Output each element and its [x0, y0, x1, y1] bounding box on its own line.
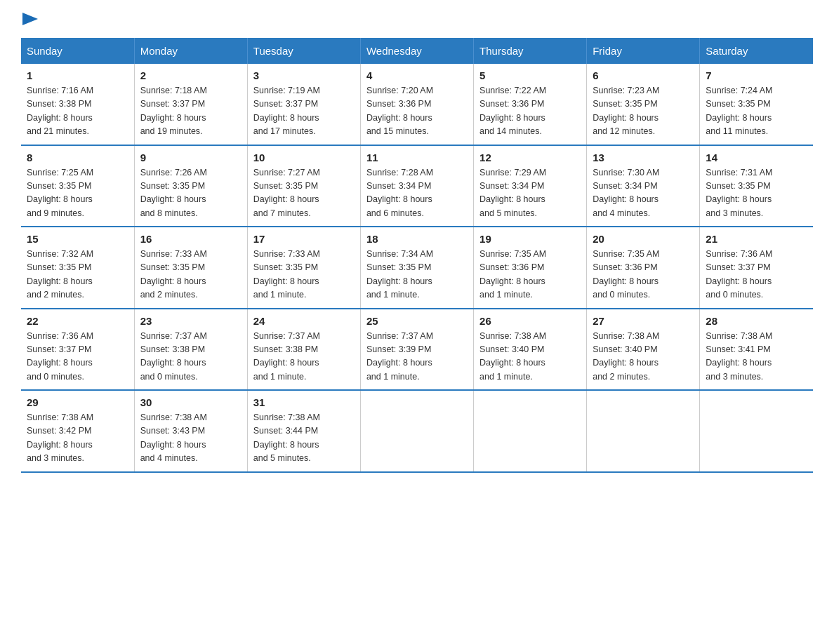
day-info: Sunrise: 7:30 AMSunset: 3:34 PMDaylight:… — [593, 166, 694, 221]
calendar-cell: 11Sunrise: 7:28 AMSunset: 3:34 PMDayligh… — [360, 145, 473, 227]
calendar-week-row: 8Sunrise: 7:25 AMSunset: 3:35 PMDaylight… — [21, 145, 813, 227]
column-header-tuesday: Tuesday — [247, 38, 360, 64]
column-header-sunday: Sunday — [21, 38, 134, 64]
day-info: Sunrise: 7:25 AMSunset: 3:35 PMDaylight:… — [27, 166, 128, 221]
calendar-cell: 7Sunrise: 7:24 AMSunset: 3:35 PMDaylight… — [700, 64, 813, 145]
day-info: Sunrise: 7:31 AMSunset: 3:35 PMDaylight:… — [706, 166, 807, 221]
calendar-cell: 4Sunrise: 7:20 AMSunset: 3:36 PMDaylight… — [360, 64, 473, 145]
day-info: Sunrise: 7:38 AMSunset: 3:42 PMDaylight:… — [27, 411, 128, 466]
calendar-cell: 16Sunrise: 7:33 AMSunset: 3:35 PMDayligh… — [134, 227, 247, 309]
day-info: Sunrise: 7:33 AMSunset: 3:35 PMDaylight:… — [253, 248, 355, 302]
calendar-cell: 6Sunrise: 7:23 AMSunset: 3:35 PMDaylight… — [587, 64, 700, 145]
column-header-monday: Monday — [134, 38, 247, 64]
column-header-wednesday: Wednesday — [360, 38, 473, 64]
day-number: 21 — [706, 233, 807, 245]
calendar-week-row: 1Sunrise: 7:16 AMSunset: 3:38 PMDaylight… — [21, 64, 813, 145]
day-number: 3 — [253, 69, 355, 81]
day-number: 7 — [706, 69, 807, 81]
day-number: 6 — [593, 69, 694, 81]
day-number: 13 — [593, 152, 694, 163]
calendar-cell: 15Sunrise: 7:32 AMSunset: 3:35 PMDayligh… — [21, 227, 134, 309]
day-info: Sunrise: 7:27 AMSunset: 3:35 PMDaylight:… — [253, 166, 355, 221]
day-info: Sunrise: 7:36 AMSunset: 3:37 PMDaylight:… — [706, 248, 807, 302]
calendar-cell — [700, 390, 813, 472]
day-info: Sunrise: 7:24 AMSunset: 3:35 PMDaylight:… — [706, 84, 807, 139]
calendar-cell: 31Sunrise: 7:38 AMSunset: 3:44 PMDayligh… — [247, 390, 360, 472]
day-info: Sunrise: 7:36 AMSunset: 3:37 PMDaylight:… — [27, 330, 128, 384]
day-info: Sunrise: 7:34 AMSunset: 3:35 PMDaylight:… — [366, 248, 468, 302]
calendar-cell: 21Sunrise: 7:36 AMSunset: 3:37 PMDayligh… — [700, 227, 813, 309]
calendar-cell: 30Sunrise: 7:38 AMSunset: 3:43 PMDayligh… — [134, 390, 247, 472]
calendar-cell: 3Sunrise: 7:19 AMSunset: 3:37 PMDaylight… — [247, 64, 360, 145]
day-info: Sunrise: 7:35 AMSunset: 3:36 PMDaylight:… — [479, 248, 581, 302]
day-number: 23 — [140, 315, 241, 327]
day-info: Sunrise: 7:26 AMSunset: 3:35 PMDaylight:… — [140, 166, 241, 221]
day-number: 9 — [140, 152, 241, 163]
day-number: 29 — [27, 396, 128, 408]
calendar-cell: 18Sunrise: 7:34 AMSunset: 3:35 PMDayligh… — [360, 227, 473, 309]
day-number: 17 — [253, 233, 355, 245]
day-info: Sunrise: 7:20 AMSunset: 3:36 PMDaylight:… — [366, 84, 468, 139]
calendar-cell: 12Sunrise: 7:29 AMSunset: 3:34 PMDayligh… — [474, 145, 587, 227]
day-info: Sunrise: 7:38 AMSunset: 3:43 PMDaylight:… — [140, 411, 241, 466]
calendar-cell: 9Sunrise: 7:26 AMSunset: 3:35 PMDaylight… — [134, 145, 247, 227]
day-info: Sunrise: 7:35 AMSunset: 3:36 PMDaylight:… — [593, 248, 694, 302]
day-number: 24 — [253, 315, 355, 327]
day-info: Sunrise: 7:38 AMSunset: 3:40 PMDaylight:… — [479, 330, 581, 384]
calendar-cell: 19Sunrise: 7:35 AMSunset: 3:36 PMDayligh… — [474, 227, 587, 309]
day-number: 8 — [27, 152, 128, 163]
calendar-cell: 24Sunrise: 7:37 AMSunset: 3:38 PMDayligh… — [247, 309, 360, 391]
day-info: Sunrise: 7:16 AMSunset: 3:38 PMDaylight:… — [27, 84, 128, 139]
day-info: Sunrise: 7:28 AMSunset: 3:34 PMDaylight:… — [366, 166, 468, 221]
day-info: Sunrise: 7:37 AMSunset: 3:39 PMDaylight:… — [366, 330, 468, 384]
day-info: Sunrise: 7:38 AMSunset: 3:41 PMDaylight:… — [706, 330, 807, 384]
calendar-cell: 28Sunrise: 7:38 AMSunset: 3:41 PMDayligh… — [700, 309, 813, 391]
day-number: 26 — [479, 315, 581, 327]
day-info: Sunrise: 7:37 AMSunset: 3:38 PMDaylight:… — [253, 330, 355, 384]
day-info: Sunrise: 7:22 AMSunset: 3:36 PMDaylight:… — [479, 84, 581, 139]
calendar-cell: 13Sunrise: 7:30 AMSunset: 3:34 PMDayligh… — [587, 145, 700, 227]
svg-marker-0 — [22, 13, 38, 25]
calendar-table: SundayMondayTuesdayWednesdayThursdayFrid… — [21, 38, 813, 473]
day-info: Sunrise: 7:23 AMSunset: 3:35 PMDaylight:… — [593, 84, 694, 139]
page-header — [21, 14, 813, 25]
calendar-header-row: SundayMondayTuesdayWednesdayThursdayFrid… — [21, 38, 813, 64]
calendar-cell — [587, 390, 700, 472]
day-number: 1 — [27, 69, 128, 81]
column-header-friday: Friday — [587, 38, 700, 64]
day-number: 11 — [366, 152, 468, 163]
calendar-cell: 1Sunrise: 7:16 AMSunset: 3:38 PMDaylight… — [21, 64, 134, 145]
day-number: 19 — [479, 233, 581, 245]
day-info: Sunrise: 7:32 AMSunset: 3:35 PMDaylight:… — [27, 248, 128, 302]
day-number: 15 — [27, 233, 128, 245]
calendar-cell: 20Sunrise: 7:35 AMSunset: 3:36 PMDayligh… — [587, 227, 700, 309]
day-info: Sunrise: 7:29 AMSunset: 3:34 PMDaylight:… — [479, 166, 581, 221]
calendar-week-row: 15Sunrise: 7:32 AMSunset: 3:35 PMDayligh… — [21, 227, 813, 309]
calendar-cell: 25Sunrise: 7:37 AMSunset: 3:39 PMDayligh… — [360, 309, 473, 391]
day-info: Sunrise: 7:33 AMSunset: 3:35 PMDaylight:… — [140, 248, 241, 302]
calendar-cell: 8Sunrise: 7:25 AMSunset: 3:35 PMDaylight… — [21, 145, 134, 227]
calendar-cell: 17Sunrise: 7:33 AMSunset: 3:35 PMDayligh… — [247, 227, 360, 309]
day-number: 5 — [479, 69, 581, 81]
calendar-week-row: 22Sunrise: 7:36 AMSunset: 3:37 PMDayligh… — [21, 309, 813, 391]
calendar-cell: 10Sunrise: 7:27 AMSunset: 3:35 PMDayligh… — [247, 145, 360, 227]
calendar-week-row: 29Sunrise: 7:38 AMSunset: 3:42 PMDayligh… — [21, 390, 813, 472]
calendar-cell: 27Sunrise: 7:38 AMSunset: 3:40 PMDayligh… — [587, 309, 700, 391]
day-number: 30 — [140, 396, 241, 408]
day-number: 27 — [593, 315, 694, 327]
calendar-cell: 2Sunrise: 7:18 AMSunset: 3:37 PMDaylight… — [134, 64, 247, 145]
calendar-cell: 26Sunrise: 7:38 AMSunset: 3:40 PMDayligh… — [474, 309, 587, 391]
calendar-cell: 22Sunrise: 7:36 AMSunset: 3:37 PMDayligh… — [21, 309, 134, 391]
day-info: Sunrise: 7:18 AMSunset: 3:37 PMDaylight:… — [140, 84, 241, 139]
day-info: Sunrise: 7:38 AMSunset: 3:44 PMDaylight:… — [253, 411, 355, 466]
calendar-cell: 14Sunrise: 7:31 AMSunset: 3:35 PMDayligh… — [700, 145, 813, 227]
calendar-cell: 5Sunrise: 7:22 AMSunset: 3:36 PMDaylight… — [474, 64, 587, 145]
day-info: Sunrise: 7:19 AMSunset: 3:37 PMDaylight:… — [253, 84, 355, 139]
day-info: Sunrise: 7:38 AMSunset: 3:40 PMDaylight:… — [593, 330, 694, 384]
day-number: 22 — [27, 315, 128, 327]
day-number: 12 — [479, 152, 581, 163]
day-number: 18 — [366, 233, 468, 245]
day-number: 20 — [593, 233, 694, 245]
day-number: 28 — [706, 315, 807, 327]
logo — [21, 14, 38, 25]
